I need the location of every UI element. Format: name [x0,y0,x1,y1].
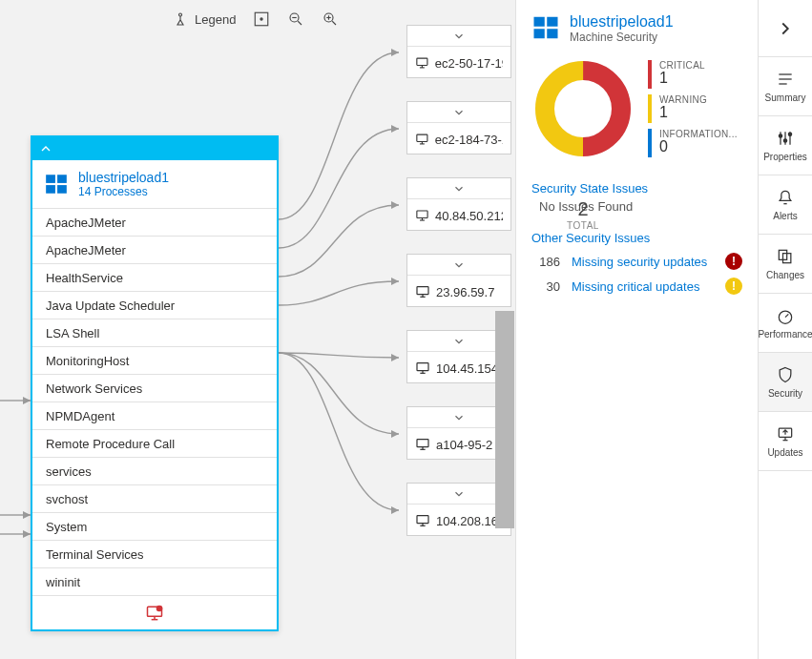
destination-card[interactable]: ec2-184-73-1 [406,101,511,154]
process-item[interactable]: LSA Shell [32,319,277,346]
properties-icon [776,129,795,148]
legend-button[interactable]: Legend [172,10,236,28]
destination-card[interactable]: 23.96.59.7 [406,254,511,307]
sev-warning-value: 1 [659,105,707,120]
svg-marker-19 [391,506,399,514]
chevron-right-icon [775,18,796,39]
dest-collapse[interactable] [407,102,510,123]
rail-item-performance[interactable]: Performance [759,294,812,353]
machine-card[interactable]: bluestripeload1 14 Processes ApacheJMete… [31,135,279,631]
svg-marker-20 [23,397,31,404]
process-item[interactable]: Java Update Scheduler [32,291,277,319]
process-item[interactable]: ApacheJMeter [32,208,277,236]
dest-label: 104.208.16 [436,514,498,528]
svg-point-71 [783,139,786,142]
dest-collapse[interactable] [407,255,510,276]
monitor-icon [415,284,430,299]
svg-marker-16 [391,278,399,285]
changes-icon [776,247,795,266]
svg-point-35 [156,605,163,611]
legend-icon [172,10,189,28]
dest-label: ec2-184-73-1 [435,133,503,147]
monitor-icon [415,208,429,223]
dest-collapse[interactable] [407,178,510,199]
svg-point-72 [788,133,791,135]
process-item[interactable]: wininit [32,567,277,595]
rail-label: Properties [763,152,807,162]
severity-donut-row: 2 TOTAL CRITICAL1 WARNING1 INFORMATION..… [531,57,742,160]
sev-info-label: INFORMATION... [659,129,738,139]
svg-rect-36 [417,58,427,65]
updates-icon [776,424,795,443]
monitor-icon [415,132,429,147]
process-item[interactable]: Terminal Services [32,540,277,567]
svg-rect-39 [417,134,427,141]
machine-alert-icon[interactable] [145,604,164,623]
svg-point-0 [179,13,182,16]
fit-icon[interactable] [253,10,270,28]
process-item[interactable]: services [32,457,277,484]
process-item[interactable]: System [32,512,277,540]
process-item[interactable]: HealthService [32,263,277,291]
svg-point-70 [779,134,781,137]
card-topbar[interactable] [32,137,277,160]
dest-label: a104-95-2 [436,438,492,452]
sev-info-value: 0 [659,139,738,154]
svg-rect-59 [534,29,545,38]
svg-point-2 [260,18,262,20]
card-footer [32,595,277,629]
svg-marker-22 [23,530,31,538]
panel-title: bluestripeload1 [570,13,674,31]
monitor-icon [415,513,430,528]
process-item[interactable]: svchost [32,484,277,512]
map-toolbar: Legend [172,0,339,38]
zoom-out-icon[interactable] [287,10,304,28]
chevron-down-icon [452,182,466,196]
security-panel: bluestripeload1 Machine Security 2 TOTAL… [515,0,758,659]
issue-row[interactable]: 30 Missing critical updates ! [531,274,742,299]
process-item[interactable]: ApacheJMeter [32,236,277,263]
rail-item-alerts[interactable]: Alerts [759,175,812,235]
performance-icon [776,306,795,325]
process-item[interactable]: NPMDAgent [32,402,277,429]
rail-label: Performance [758,329,812,340]
donut-total-label: TOTAL [567,220,599,231]
destination-card[interactable]: ec2-50-17-19 [406,25,511,78]
dest-label: 40.84.50.212 [435,209,503,223]
rail-item-changes[interactable]: Changes [759,235,812,294]
destination-card[interactable]: 40.84.50.212 [406,177,511,231]
rail-item-updates[interactable]: Updates [759,412,812,471]
dest-collapse[interactable] [407,26,510,47]
svg-marker-15 [391,201,399,209]
svg-rect-57 [534,17,545,27]
rail-label: Changes [766,270,804,280]
dest-label: ec2-50-17-19 [435,56,503,71]
svg-rect-30 [46,185,55,194]
dest-label: 23.96.59.7 [436,285,494,299]
svg-rect-45 [417,287,428,295]
svg-marker-17 [391,354,399,361]
issue-count: 30 [531,279,560,294]
process-item[interactable]: Network Services [32,374,277,402]
issue-badge-icon: ! [725,278,742,295]
process-item[interactable]: Remote Procedure Call [32,429,277,457]
alerts-icon [776,188,795,207]
svg-marker-18 [391,430,399,438]
rail-item-security[interactable]: Security [759,353,812,412]
map-canvas[interactable]: Legend [0,0,515,659]
issue-text: Missing critical updates [572,279,714,294]
svg-marker-14 [391,125,399,133]
svg-rect-29 [57,175,67,183]
process-item[interactable]: MonitoringHost [32,346,277,374]
machine-subtitle: 14 Processes [78,185,169,198]
panel-subtitle: Machine Security [570,31,674,44]
monitor-icon [415,55,429,71]
expand-button[interactable] [759,0,812,57]
rail-item-summary[interactable]: Summary [759,57,812,116]
monitor-icon [415,360,430,376]
machine-title: bluestripeload1 [78,170,169,185]
rail-item-properties[interactable]: Properties [759,116,812,175]
dest-label: 104.45.154 [436,361,498,376]
zoom-in-icon[interactable] [322,10,339,28]
chevron-down-icon [452,30,466,43]
